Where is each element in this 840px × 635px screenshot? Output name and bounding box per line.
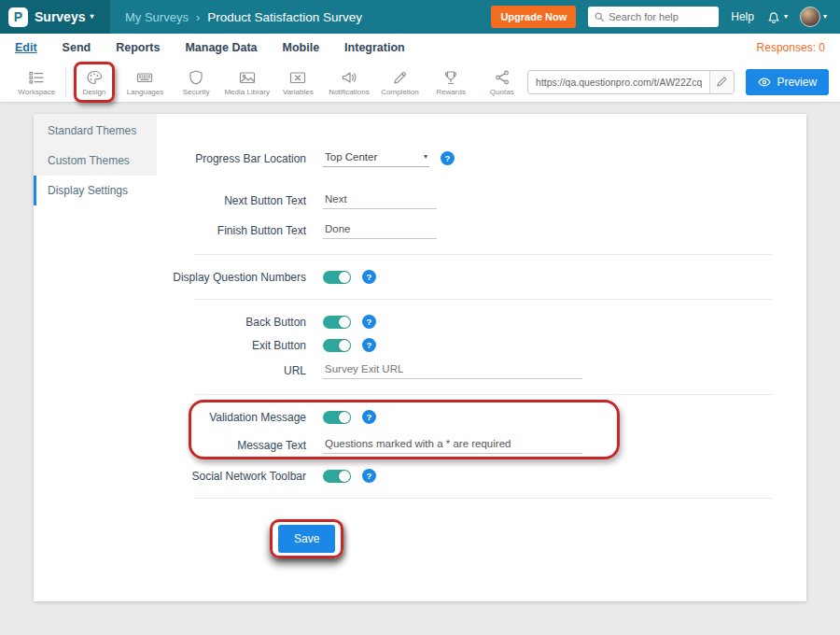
section-divider [194, 498, 773, 499]
eye-icon [758, 77, 771, 88]
bell-icon [766, 9, 781, 24]
tool-media-library[interactable]: Media Library [221, 65, 273, 99]
keyboard-icon [135, 68, 154, 87]
nav-tab-manage-data[interactable]: Manage Data [185, 41, 257, 54]
question-numbers-toggle[interactable] [323, 271, 351, 284]
nav-tab-mobile[interactable]: Mobile [283, 41, 320, 54]
validation-group: Validation Message ? Message Text [157, 410, 773, 454]
edit-url-button[interactable] [709, 71, 734, 93]
search-input[interactable] [609, 11, 713, 22]
display-settings-form: Progress Bar Location Top Center ▾ ? Nex… [157, 114, 806, 601]
tool-label: Variables [283, 88, 314, 96]
question-numbers-row: Display Question Numbers ? [157, 270, 773, 284]
nav-tab-integration[interactable]: Integration [344, 41, 405, 54]
social-toolbar-row: Social Network Toolbar ? [157, 469, 773, 483]
upgrade-now-button[interactable]: Upgrade Now [491, 6, 576, 28]
help-icon[interactable]: ? [362, 410, 376, 424]
next-button-label: Next Button Text [157, 194, 306, 207]
help-icon[interactable]: ? [441, 151, 455, 165]
search-icon [594, 11, 605, 22]
tool-quotas[interactable]: Quotas [476, 65, 527, 99]
breadcrumb-my-surveys[interactable]: My Surveys [125, 10, 189, 24]
tool-rewards[interactable]: Rewards [426, 65, 477, 99]
tool-label: Design [82, 88, 105, 96]
help-icon[interactable]: ? [362, 469, 376, 483]
sidebar-item-custom-themes[interactable]: Custom Themes [34, 146, 157, 176]
workspace-icon [27, 68, 46, 87]
trophy-icon [441, 68, 460, 87]
finish-button-label: Finish Button Text [157, 224, 306, 237]
back-button-toggle[interactable] [323, 316, 351, 329]
social-toolbar-toggle[interactable] [323, 470, 351, 483]
edit-toolbar: Workspace Design Languages Security Medi… [0, 62, 840, 103]
page-title: Product Satisfaction Survey [207, 10, 362, 24]
tool-variables[interactable]: Variables [273, 65, 324, 99]
surveys-menu[interactable]: Surveys ▾ [35, 9, 94, 24]
save-button[interactable]: Save [278, 525, 335, 553]
preview-button[interactable]: Preview [746, 69, 829, 95]
sidebar-item-standard-themes[interactable]: Standard Themes [34, 116, 157, 146]
message-text-label: Message Text [157, 439, 306, 452]
progress-bar-row: Progress Bar Location Top Center ▾ ? [157, 149, 773, 167]
exit-button-label: Exit Button [157, 339, 306, 352]
message-text-row: Message Text [157, 436, 773, 454]
exit-url-label: URL [157, 364, 306, 377]
validation-message-label: Validation Message [157, 411, 306, 424]
finish-button-input[interactable] [323, 221, 437, 239]
sidebar-item-display-settings[interactable]: Display Settings [34, 176, 157, 205]
section-divider [194, 394, 773, 395]
tool-label: Notifications [329, 88, 370, 96]
nav-tab-send[interactable]: Send [63, 41, 91, 54]
tool-label: Languages [127, 88, 164, 96]
exit-button-toggle[interactable] [323, 339, 351, 352]
help-icon[interactable]: ? [362, 338, 376, 352]
help-icon[interactable]: ? [362, 315, 376, 329]
design-settings-panel: Standard Themes Custom Themes Display Se… [34, 114, 806, 601]
notifications-menu[interactable]: ▾ [766, 9, 788, 24]
next-button-input[interactable] [323, 191, 437, 209]
pencil-badge-icon [391, 68, 410, 87]
tool-workspace[interactable]: Workspace [11, 65, 63, 99]
section-divider [194, 299, 773, 300]
question-numbers-label: Display Question Numbers [157, 271, 306, 284]
progress-bar-label: Progress Bar Location [157, 152, 306, 165]
tool-label: Quotas [490, 88, 514, 96]
help-link[interactable]: Help [731, 10, 754, 23]
chevron-down-icon: ▾ [784, 13, 788, 21]
tool-design[interactable]: Design [69, 65, 120, 99]
nav-tab-reports[interactable]: Reports [116, 41, 160, 54]
toolbar-divider [65, 67, 66, 97]
progress-bar-select[interactable]: Top Center ▾ [323, 149, 429, 167]
validation-message-toggle[interactable] [323, 411, 351, 424]
tool-completion[interactable]: Completion [374, 65, 426, 99]
help-search[interactable] [588, 7, 719, 27]
avatar [800, 7, 820, 27]
account-menu[interactable]: ▾ [800, 7, 827, 27]
breadcrumb: My Surveys › Product Satisfaction Survey [110, 10, 362, 24]
exit-url-row: URL [157, 361, 773, 379]
preview-label: Preview [777, 76, 817, 89]
tool-label: Workspace [18, 88, 55, 96]
help-icon[interactable]: ? [362, 270, 376, 284]
progress-bar-value: Top Center [325, 151, 377, 162]
questionpro-logo: P [8, 7, 28, 27]
chevron-down-icon: ▾ [90, 13, 93, 21]
themes-sidebar: Standard Themes Custom Themes Display Se… [34, 114, 157, 601]
exit-url-input[interactable] [323, 361, 582, 379]
message-text-input[interactable] [323, 436, 582, 454]
nav-tab-edit[interactable]: Edit [15, 41, 37, 54]
variables-icon [288, 68, 307, 87]
app-switcher[interactable]: P Surveys ▾ [0, 0, 110, 34]
tool-notifications[interactable]: Notifications [324, 65, 375, 99]
tool-languages[interactable]: Languages [119, 65, 171, 99]
social-toolbar-label: Social Network Toolbar [157, 470, 306, 483]
themes-menu: Standard Themes Custom Themes Display Se… [34, 114, 157, 205]
tool-security[interactable]: Security [171, 65, 222, 99]
topbar-actions: Upgrade Now Help ▾ ▾ [491, 6, 840, 28]
tool-label: Completion [381, 88, 418, 96]
next-button-row: Next Button Text [157, 191, 773, 209]
responses-count[interactable]: Responses: 0 [757, 41, 825, 54]
image-icon [238, 68, 257, 87]
survey-url-input[interactable] [528, 77, 709, 88]
megaphone-icon [340, 68, 358, 87]
